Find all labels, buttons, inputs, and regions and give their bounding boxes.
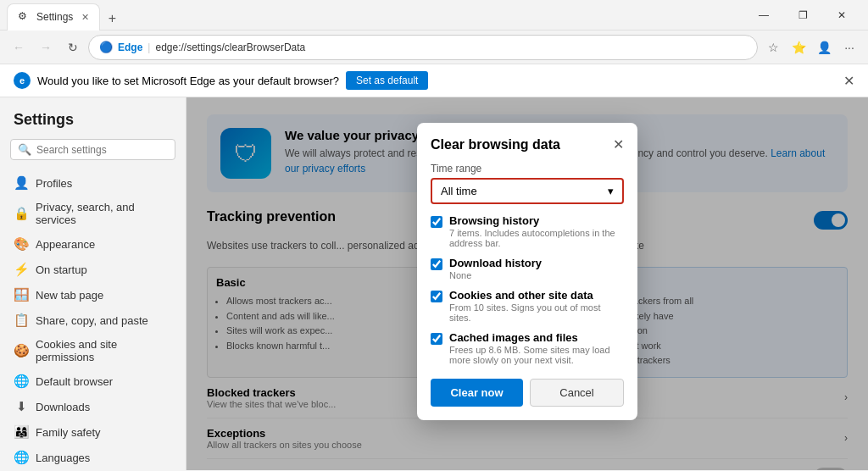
share-icon: 📋: [14, 313, 29, 328]
sidebar-item-label: Languages: [36, 452, 90, 464]
refresh-button[interactable]: ↻: [61, 36, 85, 59]
sidebar-item-label: Profiles: [36, 177, 72, 190]
address-url: edge://settings/clearBrowserData: [155, 42, 305, 53]
sidebar-item-cookies[interactable]: 🍪 Cookies and site permissions: [0, 333, 186, 368]
checkbox-browsing-history: Browsing history 7 items. Includes autoc…: [431, 214, 624, 248]
favorites-button[interactable]: ☆: [761, 36, 785, 59]
modal-close-button[interactable]: ✕: [613, 136, 624, 152]
cached-checkbox[interactable]: [431, 333, 442, 345]
sidebar-item-languages[interactable]: 🌐 Languages: [0, 445, 186, 470]
cookies-icon: 🍪: [14, 343, 29, 358]
sidebar-item-privacy[interactable]: 🔒 Privacy, search, and services: [0, 196, 186, 231]
search-icon: 🔍: [18, 143, 31, 156]
sidebar-item-defaultbrowser[interactable]: 🌐 Default browser: [0, 368, 186, 394]
sidebar: Settings 🔍 👤 Profiles 🔒 Privacy, search,…: [0, 97, 186, 470]
startup-icon: ⚡: [14, 262, 29, 277]
checkbox-download-history: Download history None: [431, 257, 624, 280]
profiles-icon: 👤: [14, 175, 29, 191]
appearance-icon: 🎨: [14, 236, 29, 252]
sidebar-item-label: New tab page: [36, 289, 103, 302]
modal-title: Clear browsing data: [431, 137, 560, 152]
collections-button[interactable]: ⭐: [787, 36, 810, 59]
notification-text: Would you like to set Microsoft Edge as …: [37, 75, 339, 87]
search-box[interactable]: 🔍: [10, 139, 175, 160]
sidebar-item-label: On startup: [36, 263, 87, 276]
sidebar-item-newtab[interactable]: 🪟 New tab page: [0, 282, 186, 308]
sidebar-item-appearance[interactable]: 🎨 Appearance: [0, 231, 186, 257]
sidebar-item-label: Appearance: [36, 238, 95, 251]
cancel-button[interactable]: Cancel: [530, 379, 624, 407]
title-bar: ⚙ Settings ✕ + — ❐ ✕: [0, 0, 868, 30]
clear-browsing-data-modal: Clear browsing data ✕ Time range All tim…: [417, 123, 637, 420]
set-default-button[interactable]: Set as default: [346, 71, 428, 90]
sidebar-item-label: Cookies and site permissions: [36, 338, 172, 363]
minimize-button[interactable]: —: [744, 2, 783, 29]
modal-header: Clear browsing data ✕: [417, 123, 637, 163]
forward-button[interactable]: →: [34, 36, 58, 59]
close-button[interactable]: ✕: [822, 2, 861, 29]
cookies-checkbox[interactable]: [431, 291, 442, 302]
edge-icon: 🔵: [99, 41, 113, 53]
edge-logo: e: [14, 72, 31, 89]
sidebar-item-label: Downloads: [36, 401, 90, 413]
url-separator: |: [147, 42, 150, 53]
edge-label: Edge: [118, 42, 142, 53]
defaultbrowser-icon: 🌐: [14, 374, 29, 389]
settings-tab[interactable]: ⚙ Settings ✕: [7, 3, 100, 30]
time-range-value: All time: [441, 185, 477, 197]
sidebar-item-downloads[interactable]: ⬇ Downloads: [0, 394, 186, 419]
tab-close-button[interactable]: ✕: [81, 12, 89, 23]
privacy-icon: 🔒: [14, 206, 29, 221]
back-button[interactable]: ←: [7, 36, 31, 59]
sidebar-item-family[interactable]: 👨‍👩‍👧 Family safety: [0, 419, 186, 445]
modal-body: Time range All time ▾ Browsing history 7…: [417, 163, 637, 420]
sidebar-item-profiles[interactable]: 👤 Profiles: [0, 170, 186, 196]
settings-more-button[interactable]: ···: [837, 36, 861, 59]
nav-bar: ← → ↻ 🔵 Edge | edge://settings/clearBrow…: [0, 30, 868, 64]
checkbox-cookies: Cookies and other site data From 10 site…: [431, 289, 624, 323]
window-controls: — ❐ ✕: [744, 2, 861, 29]
download-history-label: Download history: [449, 257, 542, 269]
time-range-label: Time range: [431, 163, 624, 175]
family-icon: 👨‍👩‍👧: [14, 424, 29, 440]
address-bar[interactable]: 🔵 Edge | edge://settings/clearBrowserDat…: [88, 35, 758, 60]
browsing-history-checkbox[interactable]: [431, 216, 442, 228]
cookies-detail: From 10 sites. Signs you out of most sit…: [449, 302, 624, 323]
modal-overlay: Clear browsing data ✕ Time range All tim…: [186, 97, 868, 470]
tab-favicon: ⚙: [18, 10, 31, 24]
nav-right-icons: ☆ ⭐ 👤 ···: [761, 36, 861, 59]
dropdown-chevron-icon: ▾: [608, 185, 614, 197]
modal-actions: Clear now Cancel: [431, 379, 624, 407]
time-range-select[interactable]: All time ▾: [431, 178, 624, 204]
sidebar-item-startup[interactable]: ⚡ On startup: [0, 257, 186, 282]
content-area: 🛡 We value your privacy. We will always …: [186, 97, 868, 470]
sidebar-title: Settings: [0, 111, 186, 139]
cached-label: Cached images and files: [449, 331, 624, 344]
profile-button[interactable]: 👤: [812, 36, 836, 59]
sidebar-item-label: Default browser: [36, 375, 113, 388]
clear-now-button[interactable]: Clear now: [431, 379, 523, 407]
browsing-history-detail: 7 items. Includes autocompletions in the…: [449, 228, 624, 248]
tab-bar: ⚙ Settings ✕ +: [7, 0, 124, 30]
browsing-history-label: Browsing history: [449, 214, 624, 227]
notification-close-button[interactable]: ✕: [843, 73, 854, 89]
main-layout: Settings 🔍 👤 Profiles 🔒 Privacy, search,…: [0, 97, 868, 470]
sidebar-item-share[interactable]: 📋 Share, copy, and paste: [0, 308, 186, 333]
downloads-icon: ⬇: [14, 399, 29, 414]
maximize-button[interactable]: ❐: [783, 2, 822, 29]
download-history-checkbox[interactable]: [431, 258, 442, 270]
download-history-detail: None: [449, 270, 542, 280]
notification-bar: e Would you like to set Microsoft Edge a…: [0, 64, 868, 97]
sidebar-item-label: Family safety: [36, 426, 101, 439]
search-input[interactable]: [36, 144, 168, 156]
tab-label: Settings: [36, 11, 73, 23]
languages-icon: 🌐: [14, 450, 29, 465]
new-tab-button[interactable]: +: [100, 7, 124, 30]
newtab-icon: 🪟: [14, 287, 29, 302]
checkbox-list: Browsing history 7 items. Includes autoc…: [431, 214, 624, 365]
cookies-label: Cookies and other site data: [449, 289, 624, 302]
sidebar-item-label: Privacy, search, and services: [36, 201, 172, 226]
checkbox-cached: Cached images and files Frees up 8.6 MB.…: [431, 331, 624, 365]
cached-detail: Frees up 8.6 MB. Some sites may load mor…: [449, 345, 624, 365]
sidebar-item-label: Share, copy, and paste: [36, 314, 148, 327]
